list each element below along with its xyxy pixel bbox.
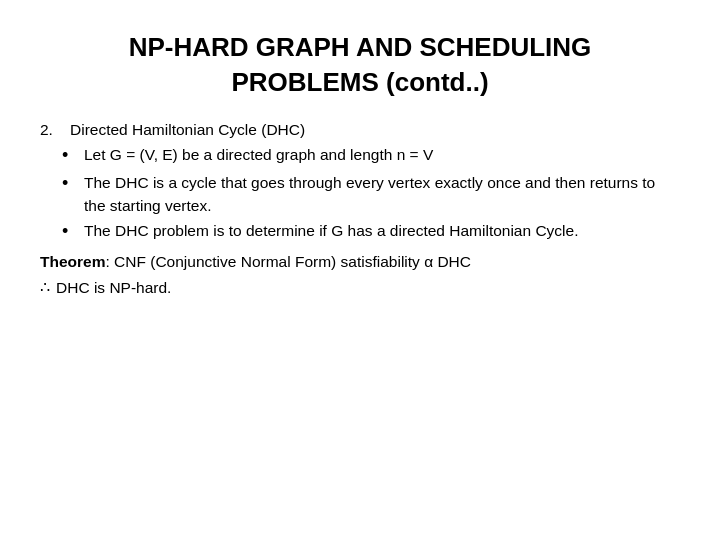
item-2: 2. Directed Hamiltonian Cycle (DHC) bbox=[40, 118, 680, 141]
bullet-1-text: Let G = (V, E) be a directed graph and l… bbox=[84, 143, 680, 168]
therefore-symbol: ∴ bbox=[40, 276, 50, 300]
theorem-label: Theorem bbox=[40, 250, 105, 273]
bullet-2-text: The DHC is a cycle that goes through eve… bbox=[84, 171, 680, 218]
slide: NP-HARD GRAPH AND SCHEDULING PROBLEMS (c… bbox=[0, 0, 720, 540]
content-block: 2. Directed Hamiltonian Cycle (DHC) • Le… bbox=[40, 118, 680, 299]
item-2-text: Directed Hamiltonian Cycle (DHC) bbox=[70, 118, 305, 141]
bullet-item-3: • The DHC problem is to determine if G h… bbox=[40, 219, 680, 244]
bullet-1-symbol: • bbox=[62, 143, 76, 168]
theorem-block: Theorem : CNF (Conjunctive Normal Form) … bbox=[40, 250, 680, 273]
therefore-line: ∴ DHC is NP-hard. bbox=[40, 276, 680, 300]
title-block: NP-HARD GRAPH AND SCHEDULING PROBLEMS (c… bbox=[40, 30, 680, 100]
therefore-text: DHC is NP-hard. bbox=[56, 276, 171, 299]
bullet-3-text: The DHC problem is to determine if G has… bbox=[84, 219, 680, 244]
bullet-item-2: • The DHC is a cycle that goes through e… bbox=[40, 171, 680, 218]
title-line-2: PROBLEMS (contd..) bbox=[40, 65, 680, 100]
bullet-3-symbol: • bbox=[62, 219, 76, 244]
title-line-1: NP-HARD GRAPH AND SCHEDULING bbox=[40, 30, 680, 65]
theorem-content: : CNF (Conjunctive Normal Form) satisfia… bbox=[105, 250, 471, 273]
item-2-number: 2. bbox=[40, 118, 62, 141]
bullet-2-symbol: • bbox=[62, 171, 76, 218]
theorem-line: Theorem : CNF (Conjunctive Normal Form) … bbox=[40, 250, 680, 273]
bullet-item-1: • Let G = (V, E) be a directed graph and… bbox=[40, 143, 680, 168]
